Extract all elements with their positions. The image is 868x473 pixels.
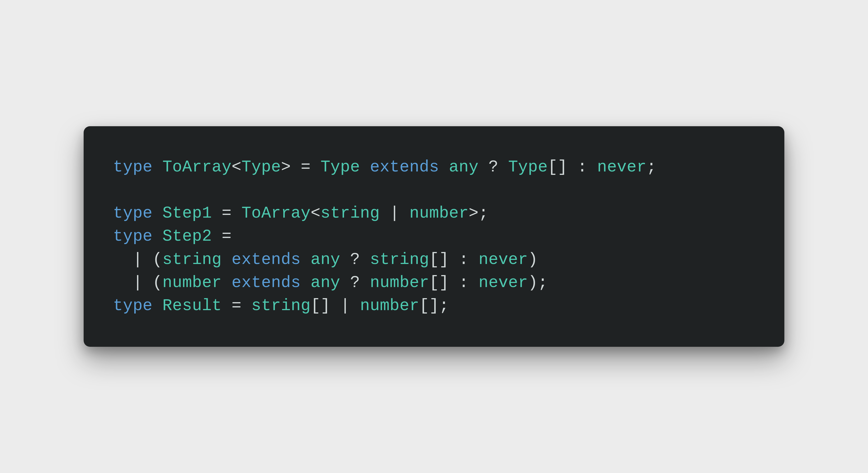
code-token: never	[597, 158, 647, 176]
code-token: Step1	[162, 204, 212, 223]
code-token: extends	[360, 158, 449, 176]
code-token: =	[222, 297, 251, 315]
code-token: | (	[113, 250, 162, 269]
code-token: number	[370, 273, 429, 292]
code-token: type	[113, 158, 162, 176]
code-line	[113, 179, 755, 202]
code-token: [] :	[548, 158, 597, 176]
code-token: [] :	[429, 250, 479, 269]
code-token: <	[232, 158, 242, 176]
code-line: type Step2 =	[113, 225, 755, 248]
code-line: type Step1 = ToArray<string | number>;	[113, 202, 755, 225]
code-token: type	[113, 204, 162, 223]
code-token: ?	[340, 273, 370, 292]
code-token: extends	[222, 250, 311, 269]
code-token: string	[370, 250, 429, 269]
code-token: )	[528, 250, 538, 269]
code-token: type	[113, 227, 162, 246]
code-token: <	[311, 204, 320, 223]
code-token: =	[212, 227, 231, 246]
code-token: type	[113, 297, 162, 315]
code-line: | (string extends any ? string[] : never…	[113, 248, 755, 271]
code-token: | (	[113, 273, 162, 292]
code-token: ?	[340, 250, 370, 269]
code-token: >;	[469, 204, 489, 223]
code-token: Result	[162, 297, 222, 315]
code-token: never	[478, 273, 528, 292]
code-line: type ToArray<Type> = Type extends any ? …	[113, 156, 755, 179]
code-token: Type	[320, 158, 360, 176]
code-token: ToArray	[162, 158, 232, 176]
code-line: type Result = string[] | number[];	[113, 294, 755, 317]
code-token: |	[380, 204, 409, 223]
code-token: string	[320, 204, 380, 223]
code-token: [] |	[311, 297, 360, 315]
code-card: type ToArray<Type> = Type extends any ? …	[84, 126, 784, 347]
code-token: Type	[241, 158, 281, 176]
code-token: never	[478, 250, 528, 269]
code-token: > =	[281, 158, 320, 176]
code-token: Step2	[162, 227, 212, 246]
code-token: any	[311, 250, 340, 269]
code-token: );	[528, 273, 548, 292]
code-token: Type	[508, 158, 548, 176]
code-token: string	[251, 297, 311, 315]
code-token: number	[409, 204, 469, 223]
code-token: [] :	[429, 273, 479, 292]
code-token: number	[360, 297, 419, 315]
code-token: ;	[647, 158, 656, 176]
code-token: number	[162, 273, 222, 292]
code-line: | (number extends any ? number[] : never…	[113, 271, 755, 294]
code-token: ToArray	[241, 204, 311, 223]
code-token: string	[162, 250, 222, 269]
code-token: extends	[222, 273, 311, 292]
code-token: ?	[478, 158, 508, 176]
code-block: type ToArray<Type> = Type extends any ? …	[113, 156, 755, 318]
code-token: =	[212, 204, 241, 223]
code-token: [];	[419, 297, 449, 315]
code-token: any	[449, 158, 478, 176]
code-token: any	[311, 273, 340, 292]
